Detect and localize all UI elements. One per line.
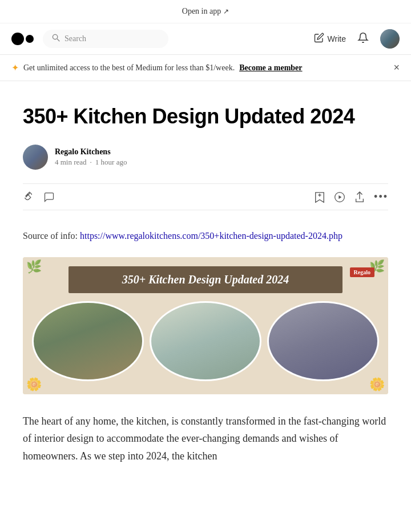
kitchen-photos-row (32, 301, 379, 381)
article-body: The heart of any home, the kitchen, is c… (23, 413, 388, 465)
article-container: 350+ Kitchen Design Updated 2024 Regalo … (11, 81, 400, 488)
banner-close-button[interactable]: × (393, 62, 400, 74)
logo-dot-small (26, 35, 34, 43)
search-icon (52, 34, 60, 44)
svg-point-0 (53, 34, 57, 39)
write-label: Write (328, 34, 346, 43)
kitchen-banner-graphic: 🌿 🌿 350+ Kitchen Design Updated 2024 Reg… (23, 257, 388, 394)
flowers-br-icon: 🌼 (369, 377, 385, 392)
article-source: Source of info: https://www.regalokitche… (23, 229, 388, 243)
ellipsis-icon: ••• (374, 191, 388, 203)
author-meta: 4 min read · 1 hour ago (55, 158, 127, 167)
notifications-icon[interactable] (357, 32, 369, 46)
flowers-bl-icon: 🌼 (26, 377, 42, 392)
author-avatar[interactable] (23, 145, 48, 170)
kitchen-photo-3 (267, 301, 379, 381)
write-button[interactable]: Write (314, 33, 346, 45)
svg-line-1 (57, 39, 59, 41)
open-in-app-text: Open in app (182, 7, 221, 16)
become-member-link[interactable]: Become a member (239, 63, 302, 73)
source-label: Source of info: (23, 231, 78, 241)
read-time: 4 min read (55, 158, 87, 167)
open-in-app-bar: Open in app ↗ (0, 0, 411, 23)
logo-dot-large (11, 33, 24, 45)
listen-button[interactable] (334, 191, 345, 203)
comment-button[interactable] (43, 191, 55, 203)
search-placeholder-text: Search (65, 34, 86, 43)
more-options-button[interactable]: ••• (374, 191, 388, 203)
posted-time: 1 hour ago (95, 158, 127, 167)
open-in-app-link[interactable]: Open in app ↗ (182, 7, 229, 16)
membership-banner: ✦ Get unlimited access to the best of Me… (0, 55, 411, 81)
kitchen-photo-1 (32, 301, 144, 381)
clap-button[interactable] (23, 191, 34, 203)
action-bar: ••• (23, 183, 388, 210)
edit-icon (314, 33, 324, 45)
regalo-logo: Regalo (350, 267, 374, 277)
action-bar-right: ••• (315, 191, 388, 203)
action-bar-left (23, 191, 55, 203)
search-bar[interactable]: Search (43, 30, 168, 48)
svg-marker-5 (339, 195, 341, 199)
navbar: Search Write (0, 23, 411, 55)
author-row: Regalo Kitchens 4 min read · 1 hour ago (23, 145, 388, 170)
bookmark-button[interactable] (315, 191, 325, 203)
article-title: 350+ Kitchen Design Updated 2024 (23, 104, 388, 129)
share-button[interactable] (354, 191, 365, 203)
external-link-icon: ↗ (223, 7, 229, 16)
flowers-tl-icon: 🌿 (26, 259, 42, 274)
navbar-actions: Write (314, 29, 400, 49)
author-info: Regalo Kitchens 4 min read · 1 hour ago (55, 147, 127, 167)
medium-logo[interactable] (11, 33, 34, 45)
meta-separator: · (90, 158, 92, 167)
banner-content: ✦ Get unlimited access to the best of Me… (11, 62, 303, 73)
avatar[interactable] (380, 29, 400, 49)
avatar-image (380, 29, 400, 49)
banner-text: Get unlimited access to the best of Medi… (23, 63, 235, 73)
source-link[interactable]: https://www.regalokitchens.com/350+kitch… (80, 231, 342, 241)
kitchen-photo-2 (150, 301, 261, 381)
article-image: 🌿 🌿 350+ Kitchen Design Updated 2024 Reg… (23, 257, 388, 394)
star-icon: ✦ (11, 62, 19, 73)
kitchen-banner-title: 350+ Kitchen Design Updated 2024 (68, 266, 342, 293)
author-name[interactable]: Regalo Kitchens (55, 147, 127, 157)
